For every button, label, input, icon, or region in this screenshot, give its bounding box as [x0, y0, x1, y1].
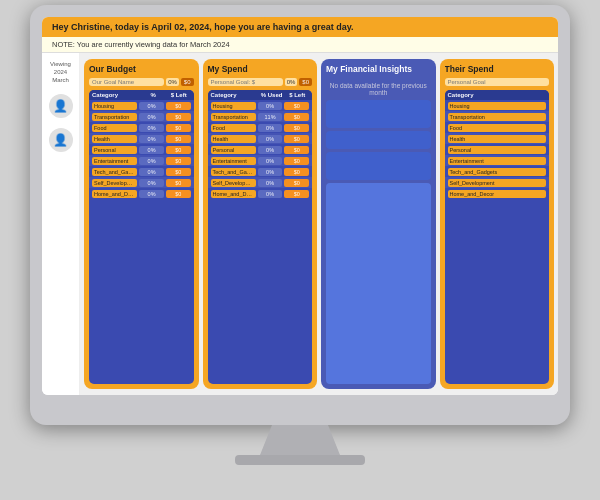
financial-block-1 — [326, 100, 431, 128]
their-spend-table-header: Category — [445, 90, 550, 100]
pct-cell: 0% — [139, 113, 164, 121]
note-bar: NOTE: You are currently viewing data for… — [42, 37, 558, 53]
table-row: Self_Development0%$0 — [89, 177, 194, 188]
table-row: Food — [445, 122, 550, 133]
pct-cell: 0% — [139, 124, 164, 132]
table-row: Self_Development — [445, 177, 550, 188]
pct-cell: 0% — [139, 135, 164, 143]
budget-rows: Housing0%$0Transportation0%$0Food0%$0Hea… — [89, 100, 194, 199]
cat-cell: Self_Development — [92, 179, 137, 187]
cat-cell: Personal — [448, 146, 547, 154]
cat-cell: Housing — [448, 102, 547, 110]
budget-goal-row: 0% $0 — [89, 78, 194, 86]
budget-table: Category % $ Left Housing0%$0Transportat… — [89, 90, 194, 384]
my-spend-col-left: $ Left — [285, 92, 309, 98]
sidebar: Viewing 2024 March 👤 👤 — [42, 53, 80, 395]
note-text: NOTE: You are currently viewing data for… — [52, 40, 230, 49]
pct-cell: 0% — [258, 190, 283, 198]
screen: Hey Christine, today is April 02, 2024, … — [42, 17, 558, 395]
budget-panel-title: Our Budget — [89, 64, 194, 74]
my-spend-table: Category % Used $ Left Housing0%$0Transp… — [208, 90, 313, 384]
pct-cell: 0% — [139, 179, 164, 187]
pct-cell: 11% — [258, 113, 283, 121]
table-row: Housing0%$0 — [208, 100, 313, 111]
financial-block-4 — [326, 183, 431, 384]
my-spend-goal-input[interactable] — [208, 78, 283, 86]
table-row: Entertainment0%$0 — [89, 155, 194, 166]
amt-cell: $0 — [166, 135, 191, 143]
amt-cell: $0 — [166, 124, 191, 132]
table-row: Tech_and_Gadgets0%$0 — [208, 166, 313, 177]
my-spend-goal-row: 0% $0 — [208, 78, 313, 86]
pct-cell: 0% — [258, 179, 283, 187]
cat-cell: Food — [92, 124, 137, 132]
their-spend-col-category: Category — [448, 92, 547, 98]
table-row: Transportation0%$0 — [89, 111, 194, 122]
cat-cell: Personal — [211, 146, 256, 154]
table-row: Entertainment — [445, 155, 550, 166]
my-spend-panel-title: My Spend — [208, 64, 313, 74]
pct-cell: 0% — [258, 157, 283, 165]
pct-cell: 0% — [139, 157, 164, 165]
cat-cell: Health — [211, 135, 256, 143]
table-row: Home_and_Decor0%$0 — [89, 188, 194, 199]
budget-goal-input[interactable] — [89, 78, 164, 86]
their-spend-rows: HousingTransportationFoodHealthPersonalE… — [445, 100, 550, 199]
cat-cell: Entertainment — [211, 157, 256, 165]
sidebar-year: Viewing 2024 March — [50, 61, 71, 84]
budget-goal-dollar: $0 — [181, 78, 194, 86]
cat-cell: Home_and_Decor — [92, 190, 137, 198]
budget-table-header: Category % $ Left — [89, 90, 194, 100]
avatar-top: 👤 — [49, 94, 73, 118]
cat-cell: Transportation — [448, 113, 547, 121]
table-row: Housing0%$0 — [89, 100, 194, 111]
cat-cell: Tech_and_Gadgets — [211, 168, 256, 176]
cat-cell: Home_and_Decor — [211, 190, 256, 198]
their-spend-table: Category HousingTransportationFoodHealth… — [445, 90, 550, 384]
table-row: Tech_and_Gadgets — [445, 166, 550, 177]
cat-cell: Tech_and_Gadgets — [448, 168, 547, 176]
table-row: Health0%$0 — [89, 133, 194, 144]
my-spend-col-pct: % Used — [260, 92, 284, 98]
cat-cell: Entertainment — [448, 157, 547, 165]
table-row: Home_and_Decor0%$0 — [208, 188, 313, 199]
their-spend-panel: Their Spend Category HousingTransportati… — [440, 59, 555, 389]
table-row: Personal0%$0 — [89, 144, 194, 155]
financial-block-2 — [326, 131, 431, 149]
table-row: Housing — [445, 100, 550, 111]
my-spend-panel: My Spend 0% $0 Category % Used $ Le — [203, 59, 318, 389]
financial-no-data: No data available for the previous month — [326, 78, 431, 100]
table-row: Food0%$0 — [89, 122, 194, 133]
cat-cell: Housing — [92, 102, 137, 110]
cat-cell: Self_Development — [448, 179, 547, 187]
amt-cell: $0 — [166, 113, 191, 121]
pct-cell: 0% — [258, 124, 283, 132]
my-spend-col-category: Category — [211, 92, 258, 98]
top-banner: Hey Christine, today is April 02, 2024, … — [42, 17, 558, 37]
amt-cell: $0 — [284, 102, 309, 110]
amt-cell: $0 — [284, 190, 309, 198]
cat-cell: Food — [448, 124, 547, 132]
amt-cell: $0 — [284, 135, 309, 143]
table-row: Entertainment0%$0 — [208, 155, 313, 166]
pct-cell: 0% — [258, 146, 283, 154]
pct-cell: 0% — [258, 135, 283, 143]
cat-cell: Self_Development — [211, 179, 256, 187]
cat-cell: Personal — [92, 146, 137, 154]
monitor-stand — [260, 425, 340, 455]
main-content: Viewing 2024 March 👤 👤 Our Budget 0% — [42, 53, 558, 395]
cat-cell: Entertainment — [92, 157, 137, 165]
budget-goal-pct: 0% — [166, 78, 179, 86]
my-spend-goal-pct: 0% — [285, 78, 298, 86]
their-spend-panel-title: Their Spend — [445, 64, 550, 74]
monitor-base — [235, 455, 365, 465]
table-row: Transportation11%$0 — [208, 111, 313, 122]
their-spend-goal-input[interactable] — [445, 78, 550, 86]
pct-cell: 0% — [258, 102, 283, 110]
table-row: Tech_and_Gadgets0%$0 — [89, 166, 194, 177]
pct-cell: 0% — [258, 168, 283, 176]
avatar-bottom: 👤 — [49, 128, 73, 152]
table-row: Health — [445, 133, 550, 144]
cat-cell: Food — [211, 124, 256, 132]
cat-cell: Transportation — [92, 113, 137, 121]
